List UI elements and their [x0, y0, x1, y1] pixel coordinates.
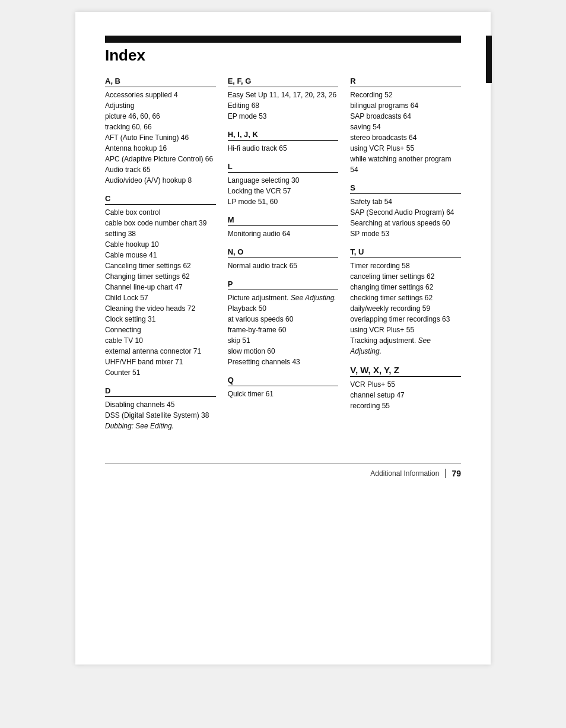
index-entry: Playback 50 [228, 303, 339, 314]
section-header: N, O [228, 247, 339, 258]
index-entry: slow motion 60 [228, 346, 339, 357]
section-header: T, U [350, 247, 461, 258]
index-entry: Canceling timer settings 62 [105, 260, 216, 271]
index-section: N, ONormal audio track 65 [228, 247, 339, 271]
index-entry: Audio track 65 [105, 164, 216, 175]
column-ab: A, BAccessories supplied 4Adjustingpictu… [105, 77, 216, 440]
section-header: S [350, 183, 461, 194]
page: Index A, BAccessories supplied 4Adjustin… [75, 12, 491, 665]
index-section: E, F, GEasy Set Up 11, 14, 17, 20, 23, 2… [228, 77, 339, 122]
index-entry: stereo broadcasts 64 [350, 132, 461, 143]
index-entry: LP mode 51, 60 [228, 196, 339, 207]
index-entry: external antenna connector 71 [105, 346, 216, 357]
index-entry: Recording 52 [350, 90, 461, 100]
section-header: E, F, G [228, 77, 339, 87]
index-entry: Language selecting 30 [228, 175, 339, 186]
index-entry: setting 38 [105, 228, 216, 239]
index-entry: Quick timer 61 [228, 389, 339, 399]
index-entry: cable box code number chart 39 [105, 218, 216, 228]
index-entry: Presetting channels 43 [228, 357, 339, 367]
index-entry: channel setup 47 [350, 390, 461, 400]
index-entry: Searching at various speeds 60 [350, 218, 461, 228]
index-entry: bilingual programs 64 [350, 100, 461, 111]
index-section: CCable box controlcable box code number … [105, 194, 216, 378]
index-entry: picture 46, 60, 66 [105, 111, 216, 122]
index-section: MMonitoring audio 64 [228, 215, 339, 239]
index-entry: Counter 51 [105, 367, 216, 378]
section-header: A, B [105, 77, 216, 87]
index-entry: changing timer settings 62 [350, 282, 461, 293]
index-entry: overlapping timer recordings 63 [350, 314, 461, 325]
index-entry: canceling timer settings 62 [350, 271, 461, 282]
index-section: PPicture adjustment. See Adjusting.Playb… [228, 279, 339, 367]
index-entry: Monitoring audio 64 [228, 228, 339, 239]
index-entry: Editing 68 [228, 100, 339, 111]
index-entry: Child Lock 57 [105, 293, 216, 303]
section-header: D [105, 386, 216, 397]
index-entry: checking timer settings 62 [350, 293, 461, 303]
index-entry: APC (Adaptive Picture Control) 66 [105, 154, 216, 164]
index-entry: Hi-fi audio track 65 [228, 143, 339, 154]
index-entry: Clock setting 31 [105, 314, 216, 325]
right-tab [486, 36, 492, 83]
section-header: H, I, J, K [228, 130, 339, 141]
index-entry: Cable box control [105, 207, 216, 218]
index-entry: using VCR Plus+ 55 [350, 143, 461, 154]
index-entry: Normal audio track 65 [228, 260, 339, 271]
index-grid: A, BAccessories supplied 4Adjustingpictu… [105, 77, 461, 440]
index-section: V, W, X, Y, ZVCR Plus+ 55channel setup 4… [350, 365, 461, 411]
index-entry: UHF/VHF band mixer 71 [105, 357, 216, 367]
index-section: RRecording 52bilingual programs 64SAP br… [350, 77, 461, 175]
section-header: R [350, 77, 461, 87]
index-entry: EP mode 53 [228, 111, 339, 122]
index-entry: Audio/video (A/V) hookup 8 [105, 175, 216, 186]
index-entry: Connecting [105, 325, 216, 335]
index-entry: DSS (Digital Satellite System) 38 [105, 410, 216, 421]
index-entry: SAP broadcasts 64 [350, 111, 461, 122]
index-entry: Cable hookup 10 [105, 239, 216, 250]
index-entry: at various speeds 60 [228, 314, 339, 325]
column-r: RRecording 52bilingual programs 64SAP br… [350, 77, 461, 440]
index-entry: recording 55 [350, 400, 461, 411]
footer-text: Additional Information [370, 469, 439, 478]
index-entry: saving 54 [350, 122, 461, 132]
index-entry: Accessories supplied 4 [105, 90, 216, 100]
index-entry: Channel line-up chart 47 [105, 282, 216, 293]
index-section: H, I, J, KHi-fi audio track 65 [228, 130, 339, 154]
column-efg: E, F, GEasy Set Up 11, 14, 17, 20, 23, 2… [228, 77, 339, 440]
footer-page: 79 [445, 469, 461, 478]
index-entry: frame-by-frame 60 [228, 325, 339, 335]
footer: Additional Information 79 [105, 463, 461, 478]
index-entry: Picture adjustment. See Adjusting. [228, 293, 339, 303]
index-entry: VCR Plus+ 55 [350, 379, 461, 390]
index-entry: Disabling channels 45 [105, 399, 216, 410]
index-entry: Cable mouse 41 [105, 250, 216, 260]
index-section: LLanguage selecting 30Locking the VCR 57… [228, 162, 339, 207]
section-header: L [228, 162, 339, 173]
index-section: A, BAccessories supplied 4Adjustingpictu… [105, 77, 216, 186]
top-bar [105, 36, 461, 43]
index-entry: using VCR Plus+ 55 [350, 325, 461, 335]
page-title: Index [105, 46, 461, 65]
index-entry: Dubbing: See Editing. [105, 421, 216, 431]
index-entry: SP mode 53 [350, 228, 461, 239]
section-header: M [228, 215, 339, 226]
index-entry: Changing timer settings 62 [105, 271, 216, 282]
index-entry: AFT (Auto Fine Tuning) 46 [105, 132, 216, 143]
index-entry: Adjusting [105, 100, 216, 111]
index-section: QQuick timer 61 [228, 376, 339, 399]
index-entry: daily/weekly recording 59 [350, 303, 461, 314]
index-entry: Timer recording 58 [350, 260, 461, 271]
index-entry: Safety tab 54 [350, 196, 461, 207]
section-header: Q [228, 376, 339, 386]
index-entry: cable TV 10 [105, 335, 216, 346]
section-header: V, W, X, Y, Z [350, 365, 461, 377]
index-entry: Locking the VCR 57 [228, 186, 339, 196]
index-section: SSafety tab 54SAP (Second Audio Program)… [350, 183, 461, 239]
index-entry: Tracking adjustment. See Adjusting. [350, 335, 461, 357]
index-entry: skip 51 [228, 335, 339, 346]
index-section: T, UTimer recording 58canceling timer se… [350, 247, 461, 357]
index-entry: SAP (Second Audio Program) 64 [350, 207, 461, 218]
index-entry: tracking 60, 66 [105, 122, 216, 132]
section-header: C [105, 194, 216, 205]
